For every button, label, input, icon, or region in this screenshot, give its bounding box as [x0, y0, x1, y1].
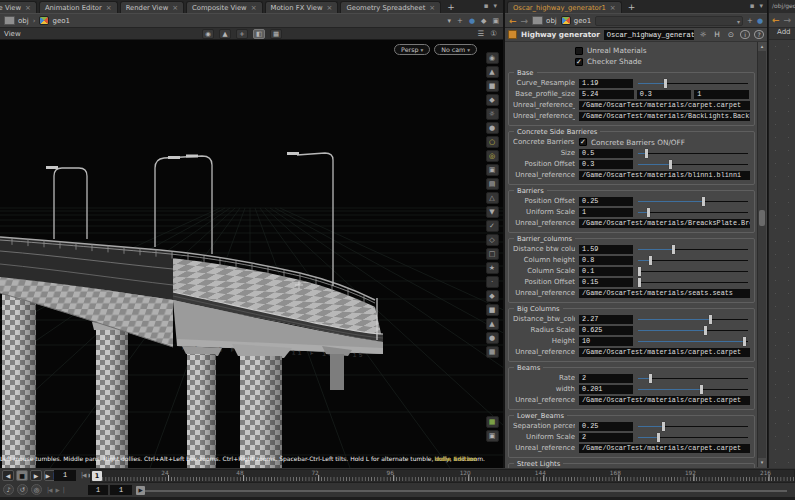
- slider-handle[interactable]: [649, 256, 652, 265]
- param-text-field[interactable]: /Game/OscarTest/materials/BackLights.Bac…: [579, 112, 750, 121]
- node-cube-icon[interactable]: ◆: [481, 17, 486, 25]
- viewport-3d[interactable]: F 3 F 5 F 7 F 9 F 11 F 13 F 15: [0, 40, 503, 468]
- multisample-icon[interactable]: ◇: [486, 234, 499, 246]
- section-title[interactable]: Barriers: [514, 187, 547, 195]
- object-appearance-icon[interactable]: ▲: [486, 318, 499, 330]
- new-tab-button[interactable]: +: [443, 2, 459, 13]
- close-tab-icon[interactable]: ×: [327, 4, 333, 12]
- slider-handle[interactable]: [709, 315, 712, 324]
- pane-tab-render-view[interactable]: Render View×: [120, 1, 184, 13]
- section-title[interactable]: Big Columns: [514, 305, 563, 313]
- param-value-field[interactable]: 0.8: [579, 256, 633, 265]
- param-slider[interactable]: [638, 422, 748, 431]
- section-title[interactable]: Base: [514, 69, 537, 77]
- checkbox[interactable]: ✓: [579, 138, 587, 146]
- default-lighting-icon[interactable]: ●: [486, 122, 499, 134]
- section-title[interactable]: Street Lights: [514, 460, 563, 468]
- param-value-field[interactable]: 2.27: [579, 315, 633, 324]
- network-canvas[interactable]: [769, 40, 795, 468]
- view-mode-icon[interactable]: ◉: [486, 52, 499, 64]
- pane-maximize-icon[interactable]: ▪: [484, 2, 489, 10]
- nav-back-icon[interactable]: ←: [772, 15, 780, 25]
- snap-tool-icon[interactable]: ◧: [253, 29, 265, 39]
- param-value-field[interactable]: 0.625: [579, 326, 633, 335]
- wireframe-icon[interactable]: △: [486, 192, 499, 204]
- slider-handle[interactable]: [647, 208, 650, 217]
- scroll-down-icon[interactable]: ▾: [758, 458, 766, 467]
- viewport-help-icon[interactable]: ①: [490, 29, 497, 38]
- section-title[interactable]: Barrier_columns: [514, 235, 575, 243]
- slider-handle[interactable]: [662, 422, 665, 431]
- snap-icon[interactable]: ✓: [486, 220, 499, 232]
- slider-handle[interactable]: [704, 326, 707, 335]
- pane-menu-caret-icon[interactable]: ▾: [493, 2, 497, 10]
- gear-icon[interactable]: ☼: [698, 30, 708, 40]
- param-text-field[interactable]: /Game/OscarTest/materials/carpet.carpet: [579, 444, 750, 453]
- snapshot-grid-icon[interactable]: ▦: [486, 416, 499, 428]
- param-value-field[interactable]: 1.19: [579, 79, 633, 88]
- nav-back-icon[interactable]: ←: [509, 16, 517, 26]
- play-reverse-button[interactable]: ◀: [2, 470, 14, 481]
- slider-handle[interactable]: [638, 267, 641, 276]
- nav-forward-icon[interactable]: →: [784, 15, 792, 25]
- section-title[interactable]: Lower_Beams: [514, 412, 567, 420]
- pin-icon[interactable]: +: [457, 17, 463, 25]
- move-tool-icon[interactable]: +: [236, 29, 248, 39]
- render-region-tool-icon[interactable]: ▦: [270, 29, 282, 39]
- checkbox[interactable]: [575, 47, 583, 55]
- slider-handle[interactable]: [743, 337, 746, 346]
- close-tab-icon[interactable]: ×: [172, 4, 178, 12]
- show-displayed-only-icon[interactable]: ◆: [486, 94, 499, 106]
- scroll-up-icon[interactable]: ▴: [758, 42, 766, 51]
- param-value-field[interactable]: 0.201: [579, 385, 633, 394]
- param-slider[interactable]: [638, 79, 748, 88]
- param-value-field[interactable]: 0.5: [579, 149, 633, 158]
- param-text-field[interactable]: /Game/OscarTest/materials/BreacksPlate.B…: [579, 219, 750, 228]
- params-tab[interactable]: Oscar_highway_generator1 ×: [507, 1, 622, 13]
- material-shade-icon[interactable]: ▣: [486, 164, 499, 176]
- network-add-menu[interactable]: Add: [769, 28, 795, 40]
- slider-handle[interactable]: [664, 79, 667, 88]
- slider-handle[interactable]: [638, 278, 641, 287]
- pane-tab-scene-view[interactable]: Scene View×: [0, 1, 37, 13]
- range-end-field[interactable]: 1: [110, 485, 132, 495]
- node-name-field[interactable]: Oscar_highway_generator1: [604, 30, 694, 40]
- param-text-field[interactable]: /Game/OscarTest/materials/carpet.carpet: [579, 101, 750, 110]
- range-end-button[interactable]: ▶▕: [55, 487, 63, 493]
- close-tab-icon[interactable]: ×: [610, 4, 616, 12]
- search-icon[interactable]: ⊙: [726, 30, 736, 40]
- param-value-field[interactable]: 0.3: [637, 90, 692, 99]
- select-arrow-icon[interactable]: ▲: [486, 66, 499, 78]
- scene-3d-canvas[interactable]: F 3 F 5 F 7 F 9 F 11 F 13 F 15: [0, 40, 503, 468]
- param-slider[interactable]: [638, 326, 748, 335]
- viewport-list-icon[interactable]: ☰: [478, 29, 485, 38]
- panel-square-icon[interactable]: ▣: [492, 17, 499, 25]
- new-tab-button[interactable]: +: [624, 2, 640, 13]
- slider-handle[interactable]: [649, 374, 652, 383]
- breadcrumb-geo1[interactable]: geo1: [39, 16, 70, 25]
- param-text-field[interactable]: /Game/OscarTest/materials/carpet.carpet: [579, 396, 750, 405]
- param-slider[interactable]: [638, 374, 748, 383]
- audio-toggle[interactable]: ♪: [3, 484, 14, 495]
- param-slider[interactable]: [638, 208, 748, 217]
- param-text-field[interactable]: /Game/OscarTest/materials/blinni.blinni: [579, 171, 750, 180]
- camera-menu-button[interactable]: No cam ▾: [434, 44, 477, 55]
- params-breadcrumb-geo1[interactable]: geo1: [561, 16, 592, 25]
- params-scrollbar[interactable]: ▴ ▾: [757, 42, 766, 467]
- param-slider[interactable]: [638, 149, 748, 158]
- param-value-field[interactable]: 1: [579, 208, 633, 217]
- param-value-field[interactable]: 2: [579, 374, 633, 383]
- smooth-shade-icon[interactable]: ▤: [486, 178, 499, 190]
- slider-handle[interactable]: [669, 160, 672, 169]
- view-tool-icon[interactable]: ◉: [202, 29, 214, 39]
- param-value-field[interactable]: 0.15: [579, 278, 633, 287]
- close-tab-icon[interactable]: ×: [429, 4, 435, 12]
- param-value-field[interactable]: 1: [694, 90, 749, 99]
- lock-selection-icon[interactable]: ■: [486, 80, 499, 92]
- pane-maximize-icon[interactable]: ▪: [750, 2, 755, 10]
- construction-plane-icon[interactable]: ◆: [486, 290, 499, 302]
- pin-icon[interactable]: +: [747, 17, 753, 25]
- param-slider[interactable]: [638, 197, 748, 206]
- param-slider[interactable]: [638, 278, 748, 287]
- params-breadcrumb-obj[interactable]: obj: [532, 16, 557, 25]
